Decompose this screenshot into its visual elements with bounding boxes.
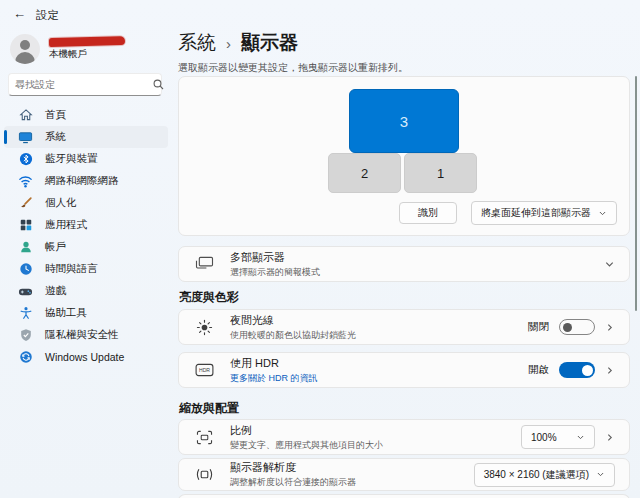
night-light-title: 夜間光線 (230, 313, 528, 328)
sidebar-item-system[interactable]: 系統 (4, 126, 168, 148)
sidebar-nav: 首頁 系統 藍牙與裝置 網路和網際網路 個人化 應用程式 帳戶 時間與語言 (4, 104, 168, 368)
time-language-icon (18, 262, 33, 277)
monitor-2[interactable]: 2 (328, 153, 401, 193)
hdr-row[interactable]: HDR 使用 HDR 更多關於 HDR 的資訊 開啟 (178, 352, 630, 388)
scrollbar[interactable] (635, 76, 638, 311)
chevron-down-icon (596, 470, 605, 479)
next-row-partial (178, 494, 630, 498)
windows-update-icon (18, 350, 33, 365)
display-arrangement-card: 3 2 1 識別 將桌面延伸到這部顯示器 (178, 76, 630, 236)
scale-title: 比例 (230, 423, 521, 438)
scale-row[interactable]: 比例 變更文字、應用程式與其他項目的大小 100% (178, 419, 630, 455)
section-heading-scale-layout: 縮放與配置 (179, 400, 239, 417)
personalization-icon (18, 196, 33, 211)
multiple-displays-title: 多部顯示器 (230, 250, 604, 265)
night-light-subtitle: 使用較暖的顏色以協助封鎖藍光 (230, 329, 528, 342)
sidebar-item-windows-update[interactable]: Windows Update (4, 346, 168, 368)
gaming-icon (18, 284, 33, 299)
resolution-dropdown[interactable]: 3840 × 2160 (建議選項) (474, 463, 615, 487)
identify-button[interactable]: 識別 (399, 202, 457, 224)
sidebar: 本機帳戶 首頁 系統 藍牙與裝置 網路和網際網路 個人化 (0, 28, 172, 498)
accounts-icon (18, 240, 33, 255)
sidebar-item-home[interactable]: 首頁 (4, 104, 168, 126)
night-light-icon (195, 318, 214, 337)
app-title: 設定 (36, 8, 59, 23)
display-mode-value: 將桌面延伸到這部顯示器 (481, 206, 591, 220)
account-section[interactable]: 本機帳戶 (10, 33, 125, 65)
resolution-title: 顯示器解析度 (230, 460, 474, 475)
avatar (10, 34, 40, 64)
sidebar-item-gaming[interactable]: 遊戲 (4, 280, 168, 302)
night-light-row[interactable]: 夜間光線 使用較暖的顏色以協助封鎖藍光 關閉 (178, 309, 630, 345)
sidebar-item-label: 隱私權與安全性 (45, 328, 119, 342)
page-description: 選取顯示器以變更其設定，拖曳顯示器以重新排列。 (178, 61, 408, 75)
resolution-value: 3840 × 2160 (建議選項) (484, 468, 589, 482)
scale-dropdown[interactable]: 100% (521, 425, 595, 449)
night-light-toggle[interactable] (559, 319, 595, 335)
monitor-1[interactable]: 1 (404, 153, 477, 193)
sidebar-item-label: 帳戶 (45, 240, 66, 254)
resolution-icon (195, 465, 214, 484)
sidebar-item-time-language[interactable]: 時間與語言 (4, 258, 168, 280)
scale-subtitle: 變更文字、應用程式與其他項目的大小 (230, 439, 521, 452)
network-icon (18, 174, 33, 189)
sidebar-item-label: 藍牙與裝置 (45, 152, 98, 166)
sidebar-item-label: 系統 (45, 130, 66, 144)
chevron-right-icon (605, 432, 615, 443)
sidebar-item-label: 首頁 (45, 108, 66, 122)
sidebar-item-network[interactable]: 網路和網際網路 (4, 170, 168, 192)
resolution-subtitle: 調整解析度以符合連接的顯示器 (230, 476, 474, 489)
search-icon (153, 79, 164, 90)
sidebar-item-bluetooth[interactable]: 藍牙與裝置 (4, 148, 168, 170)
hdr-state-label: 開啟 (528, 363, 549, 377)
chevron-right-icon (605, 365, 615, 376)
chevron-down-icon[interactable] (604, 259, 615, 270)
search-input[interactable] (9, 79, 153, 90)
privacy-icon (18, 328, 33, 343)
sidebar-item-label: 個人化 (45, 196, 77, 210)
multiple-displays-subtitle: 選擇顯示器的簡報模式 (230, 266, 604, 279)
multiple-displays-row[interactable]: 多部顯示器 選擇顯示器的簡報模式 (178, 246, 630, 282)
redacted-username (49, 36, 125, 47)
hdr-icon: HDR (195, 361, 214, 380)
sidebar-item-accounts[interactable]: 帳戶 (4, 236, 168, 258)
night-light-state-label: 關閉 (528, 320, 549, 334)
chevron-down-icon (598, 209, 607, 218)
page-title: 顯示器 (241, 30, 298, 56)
hdr-toggle[interactable] (559, 362, 595, 378)
bluetooth-icon (18, 152, 33, 167)
titlebar: ← 設定 (0, 0, 640, 28)
back-button[interactable]: ← (13, 6, 26, 21)
chevron-down-icon (576, 433, 585, 442)
sidebar-item-label: 時間與語言 (45, 262, 98, 276)
sidebar-item-apps[interactable]: 應用程式 (4, 214, 168, 236)
chevron-right-icon (605, 322, 615, 333)
sidebar-item-label: 遊戲 (45, 284, 66, 298)
breadcrumb: 系統 › 顯示器 (178, 30, 298, 56)
sidebar-item-privacy[interactable]: 隱私權與安全性 (4, 324, 168, 346)
search-box[interactable] (8, 73, 162, 96)
account-type-label: 本機帳戶 (49, 48, 125, 61)
sidebar-item-label: Windows Update (45, 351, 124, 363)
main-content: 系統 › 顯示器 選取顯示器以變更其設定，拖曳顯示器以重新排列。 3 2 1 識… (178, 28, 630, 498)
breadcrumb-system[interactable]: 系統 (178, 30, 216, 56)
system-icon (18, 130, 33, 145)
display-mode-dropdown[interactable]: 將桌面延伸到這部顯示器 (471, 201, 617, 225)
hdr-title: 使用 HDR (230, 356, 528, 371)
resolution-row[interactable]: 顯示器解析度 調整解析度以符合連接的顯示器 3840 × 2160 (建議選項) (178, 458, 630, 491)
accessibility-icon (18, 306, 33, 321)
scale-value: 100% (531, 432, 557, 443)
sidebar-item-accessibility[interactable]: 協助工具 (4, 302, 168, 324)
section-heading-brightness: 亮度與色彩 (179, 289, 239, 306)
hdr-info-link[interactable]: 更多關於 HDR 的資訊 (230, 372, 528, 385)
breadcrumb-separator: › (226, 35, 231, 52)
svg-text:HDR: HDR (199, 367, 210, 373)
sidebar-item-label: 網路和網際網路 (45, 174, 119, 188)
home-icon (18, 108, 33, 123)
sidebar-item-personalization[interactable]: 個人化 (4, 192, 168, 214)
sidebar-item-label: 協助工具 (45, 306, 87, 320)
monitor-3[interactable]: 3 (349, 89, 459, 153)
multiple-displays-icon (195, 255, 214, 274)
sidebar-item-label: 應用程式 (45, 218, 87, 232)
apps-icon (18, 218, 33, 233)
